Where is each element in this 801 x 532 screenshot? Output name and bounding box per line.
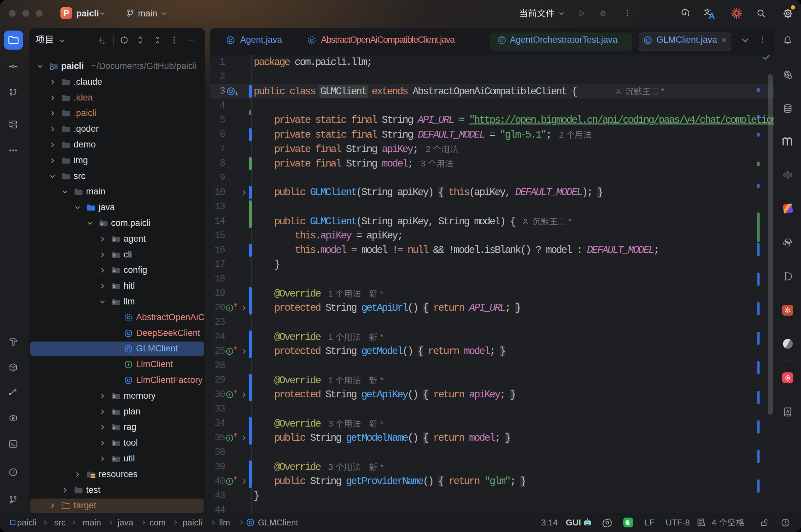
- svg-text:I: I: [229, 349, 230, 354]
- svg-text:C: C: [127, 378, 130, 383]
- svg-text:C: C: [229, 37, 232, 43]
- svg-text:I: I: [128, 362, 129, 367]
- svg-text:C: C: [127, 346, 130, 352]
- svg-text:C: C: [127, 315, 130, 320]
- svg-text:C: C: [310, 37, 313, 43]
- svg-text:C: C: [646, 37, 650, 43]
- svg-text:I: I: [229, 306, 230, 311]
- svg-text:I: I: [229, 479, 230, 484]
- svg-text:I: I: [229, 436, 230, 441]
- svg-text:C: C: [127, 331, 130, 336]
- svg-text:I: I: [229, 393, 230, 397]
- svg-text:C: C: [249, 520, 252, 525]
